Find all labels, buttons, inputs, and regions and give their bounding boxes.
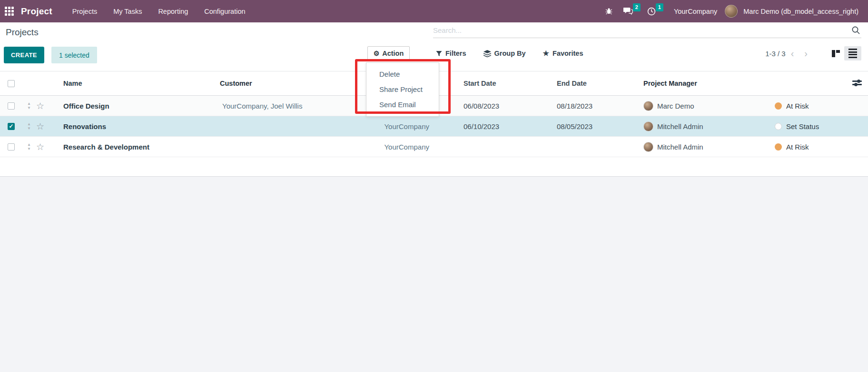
nav-menu-reporting[interactable]: Reporting (152, 5, 194, 18)
debug-bug-icon[interactable] (601, 5, 617, 17)
status-dot-icon (775, 123, 782, 130)
user-avatar[interactable] (725, 5, 738, 18)
menu-item-share-project[interactable]: Share Project (366, 81, 439, 97)
project-name: Office Design (55, 102, 220, 110)
row-checkbox[interactable] (8, 123, 15, 130)
status-dot-icon (775, 102, 782, 110)
manager-avatar (643, 101, 653, 111)
systray: 2 1 YourCompany Marc Demo (db_model_acce… (601, 5, 868, 18)
pager-previous-icon[interactable]: ‹ (786, 49, 799, 58)
optional-columns-icon[interactable] (852, 79, 862, 88)
status-label: At Risk (786, 143, 809, 151)
status-label: At Risk (786, 102, 809, 110)
kanban-view-icon (832, 50, 840, 57)
chat-icon (623, 7, 633, 15)
row-checkbox[interactable] (8, 143, 15, 151)
company-switcher[interactable]: YourCompany (669, 8, 722, 15)
table-row[interactable]: ▲▼ ☆ Research & Development YourCompany … (0, 137, 868, 157)
nav-menu-configuration[interactable]: Configuration (198, 5, 251, 18)
messages-count-badge: 2 (633, 3, 641, 11)
filter-bar: Filters Group By ★ Favorites (436, 46, 583, 60)
nav-menu-my-tasks[interactable]: My Tasks (108, 5, 148, 18)
menu-item-send-email[interactable]: Send Email (366, 97, 439, 112)
create-button[interactable]: CREATE (4, 47, 44, 63)
funnel-icon (436, 50, 442, 57)
project-manager-cell: Mitchell Admin (638, 142, 769, 152)
manager-avatar (643, 121, 653, 131)
pager-next-icon[interactable]: › (799, 49, 813, 58)
column-header-project-manager[interactable]: Project Manager (638, 80, 769, 87)
drag-handle-icon[interactable]: ▲▼ (22, 122, 36, 131)
project-status-cell[interactable]: At Risk (769, 102, 868, 110)
kanban-view-button[interactable] (827, 46, 844, 60)
nav-menu-projects[interactable]: Projects (67, 5, 103, 18)
nav-menus: Projects My Tasks Reporting Configuratio… (67, 5, 251, 18)
project-start-date: 06/10/2023 (457, 122, 552, 131)
project-name: Renovations (55, 122, 220, 131)
action-button-label: Action (382, 50, 404, 57)
gear-icon: ⚙ (374, 50, 380, 57)
favorite-star-icon[interactable]: ☆ (36, 141, 55, 152)
project-manager-cell: Marc Demo (638, 101, 769, 111)
list-view-icon (848, 49, 857, 58)
search-input[interactable] (433, 26, 851, 34)
manager-avatar (643, 142, 653, 152)
messages-tray[interactable]: 2 (620, 5, 637, 17)
table-row[interactable]: ▲▼ ☆ Renovations YourCompany 06/10/2023 … (0, 116, 868, 137)
column-header-start-date[interactable]: Start Date (457, 80, 552, 87)
pager-range: 1-3 / 3 (765, 50, 786, 58)
manager-name: Mitchell Admin (657, 122, 703, 131)
odoo-projects-page: Project Projects My Tasks Reporting Conf… (0, 0, 868, 372)
manager-name: Marc Demo (657, 102, 694, 110)
drag-handle-icon[interactable]: ▲▼ (22, 143, 36, 151)
star-icon: ★ (543, 49, 549, 58)
layers-icon (483, 50, 491, 57)
manager-name: Mitchell Admin (657, 143, 703, 151)
pager-zone: 1-3 / 3 ‹ › (765, 46, 861, 60)
project-start-date: 06/08/2023 (457, 102, 552, 110)
status-dot-icon (775, 143, 782, 151)
column-header-end-date[interactable]: End Date (552, 80, 638, 87)
project-end-date: 08/18/2023 (552, 102, 638, 110)
action-dropdown-menu: Delete Share Project Send Email (366, 62, 439, 117)
select-all-checkbox[interactable] (8, 80, 15, 87)
status-label: Set Status (786, 122, 819, 131)
selected-count-badge: 1 selected (51, 47, 97, 63)
table-footer-space (0, 157, 868, 177)
project-manager-cell: Mitchell Admin (638, 121, 769, 131)
user-menu[interactable]: Marc Demo (db_model_access_right) (742, 8, 863, 15)
view-switcher (827, 46, 861, 60)
row-checkbox[interactable] (8, 102, 15, 110)
content-background (0, 177, 868, 372)
group-by-button[interactable]: Group By (483, 50, 526, 57)
search-icon[interactable] (851, 26, 860, 35)
project-name: Research & Development (55, 143, 220, 151)
bug-icon (605, 7, 613, 15)
project-status-cell[interactable]: Set Status (769, 122, 868, 131)
page-title: Projects (6, 27, 39, 38)
search-bar (433, 23, 861, 38)
menu-item-delete[interactable]: Delete (366, 66, 439, 81)
action-dropdown-button[interactable]: ⚙ Action (367, 46, 410, 60)
app-brand[interactable]: Project (21, 6, 52, 17)
top-navbar: Project Projects My Tasks Reporting Conf… (0, 0, 868, 22)
activities-count-badge: 1 (656, 3, 663, 11)
project-status-cell[interactable]: At Risk (769, 143, 868, 151)
drag-handle-icon[interactable]: ▲▼ (22, 102, 36, 110)
column-header-name[interactable]: Name (55, 80, 220, 87)
project-customer: YourCompany (220, 143, 457, 151)
favorites-button[interactable]: ★ Favorites (543, 49, 583, 58)
favorites-label: Favorites (552, 50, 583, 57)
favorite-star-icon[interactable]: ☆ (36, 101, 55, 111)
favorite-star-icon[interactable]: ☆ (36, 121, 55, 132)
filters-label: Filters (445, 50, 466, 57)
filters-button[interactable]: Filters (436, 50, 466, 57)
project-customer: YourCompany (220, 122, 457, 131)
group-by-label: Group By (494, 50, 526, 57)
list-view-button[interactable] (844, 46, 861, 60)
activities-tray[interactable]: 1 (643, 5, 660, 18)
clock-icon (647, 7, 656, 16)
apps-grid-icon[interactable] (5, 7, 14, 16)
project-end-date: 08/05/2023 (552, 122, 638, 131)
